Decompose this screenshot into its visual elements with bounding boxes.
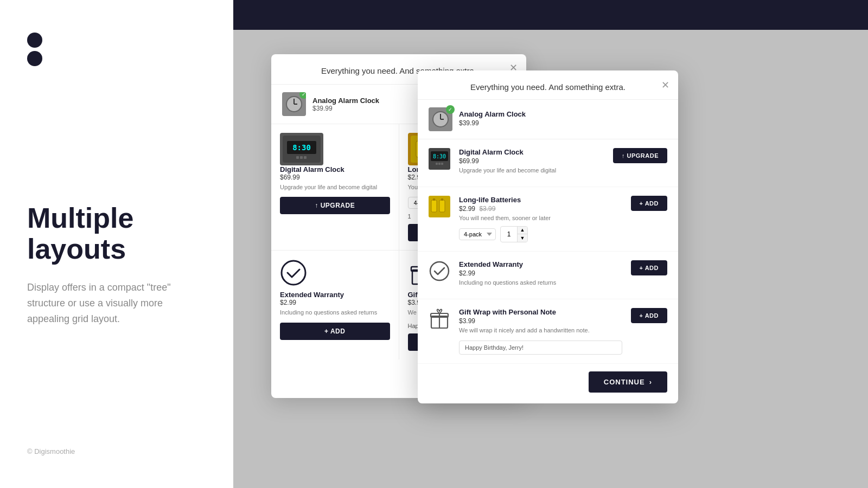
offer-price-warranty: $2.99 <box>280 299 390 306</box>
modal-list-continue-label: CONTINUE <box>604 378 645 386</box>
list-digital-clock-icon: 8:30 <box>429 148 450 170</box>
svg-rect-34 <box>439 200 445 212</box>
list-batteries-action: + ADD <box>631 196 667 211</box>
add-button-warranty[interactable]: + ADD <box>280 323 390 340</box>
list-add-button-batteries[interactable]: + ADD <box>631 196 667 211</box>
svg-rect-32 <box>431 200 437 212</box>
modal-list-purchased-image: ✓ <box>429 107 452 131</box>
list-batteries-stepper-buttons: ▲ ▼ <box>517 227 527 242</box>
list-gift-wrap-note-input[interactable] <box>459 341 622 355</box>
list-offer-warranty: Extended Warranty $2.99 Including no que… <box>418 252 678 299</box>
modal-list-purchased-info: Analog Alarm Clock $39.99 <box>459 110 526 129</box>
svg-point-36 <box>430 262 449 280</box>
svg-point-17 <box>282 261 305 285</box>
list-warranty-action: + ADD <box>631 260 667 275</box>
purchased-product-image: ✓ <box>282 92 306 116</box>
offer-name-digital-clock: Digital Alarm Clock <box>280 165 390 174</box>
offer-name-warranty: Extended Warranty <box>280 291 390 299</box>
list-upgrade-button-digital-clock[interactable]: ↑ UPGRADE <box>613 148 667 163</box>
main-heading: Multiple layouts <box>27 203 206 265</box>
left-content: Multiple layouts Display offers in a com… <box>27 82 206 447</box>
list-digital-clock-name: Digital Alarm Clock <box>459 148 604 156</box>
list-offer-digital-clock: 8:30 Digital Alarm Clock $69.99 Upgrade … <box>418 139 678 187</box>
left-panel: Multiple layouts Display offers in a com… <box>0 0 233 488</box>
list-batteries-stepper-down[interactable]: ▼ <box>518 234 527 242</box>
offer-desc-digital-clock: Upgrade your life and become digital <box>280 183 390 191</box>
main-description: Display offers in a compact "tree" struc… <box>27 280 201 326</box>
list-offer-batteries: Long-life Batteries $2.99 $3.99 You will… <box>418 187 678 251</box>
list-batteries-desc: You will need them, sooner or later <box>459 214 622 222</box>
list-gift-wrap-desc: We will wrap it nicely and add a handwri… <box>459 326 622 335</box>
list-gift-wrap-price: $3.99 <box>459 317 622 325</box>
svg-rect-33 <box>433 198 435 201</box>
modal-list-header: Everything you need. And something extra… <box>418 70 678 100</box>
modal-list-close[interactable]: ✕ <box>661 79 669 91</box>
list-add-button-gift-wrap[interactable]: + ADD <box>631 308 667 323</box>
list-batteries-controls: 4-pack 8-pack ▲ ▼ <box>459 226 622 242</box>
list-batteries-qty-select[interactable]: 4-pack 8-pack <box>459 228 496 240</box>
copyright: © Digismoothie <box>27 447 206 455</box>
modal-list-continue-button[interactable]: CONTINUE › <box>589 371 667 393</box>
warranty-icon <box>280 259 307 286</box>
svg-rect-28 <box>436 163 438 165</box>
modal-list-purchased: ✓ Analog Alarm Clock $39.99 <box>418 100 678 139</box>
modal-list-title: Everything you need. And something extra… <box>470 82 626 92</box>
purchased-product-price: $39.99 <box>312 105 379 112</box>
svg-text:8:30: 8:30 <box>433 153 446 159</box>
modal-list-purchased-price: $39.99 <box>459 119 526 127</box>
digital-clock-image: 8:30 <box>280 133 323 165</box>
list-gift-wrap-action: + ADD <box>631 308 667 323</box>
list-add-button-warranty[interactable]: + ADD <box>631 260 667 275</box>
list-warranty-price: $2.99 <box>459 269 622 277</box>
list-batteries-name: Long-life Batteries <box>459 196 622 204</box>
list-batteries-price: $2.99 $3.99 <box>459 205 622 213</box>
list-batteries-stepper-up[interactable]: ▲ <box>518 227 527 234</box>
list-batteries-body: Long-life Batteries $2.99 $3.99 You will… <box>459 196 622 242</box>
modal-list: Everything you need. And something extra… <box>418 70 678 403</box>
svg-rect-29 <box>438 163 441 165</box>
modal-list-purchased-name: Analog Alarm Clock <box>459 110 526 118</box>
offer-price-digital-clock: $69.99 <box>280 174 390 181</box>
modal-list-footer: CONTINUE › <box>418 364 678 393</box>
svg-rect-35 <box>441 198 443 201</box>
logo-dot-top <box>27 33 42 48</box>
svg-rect-7 <box>296 156 299 159</box>
upgrade-button-digital-clock[interactable]: ↑ UPGRADE <box>280 197 390 214</box>
list-gift-wrap-icon <box>429 308 450 330</box>
list-batteries-icon <box>429 196 450 217</box>
list-digital-clock-body: Digital Alarm Clock $69.99 Upgrade your … <box>459 148 604 178</box>
list-warranty-icon <box>429 260 450 282</box>
svg-text:8:30: 8:30 <box>292 143 311 152</box>
list-warranty-name: Extended Warranty <box>459 260 622 268</box>
modal-list-check-badge: ✓ <box>446 105 455 114</box>
offer-desc-warranty: Including no questions asked returns <box>280 309 390 317</box>
list-digital-clock-price: $69.99 <box>459 157 604 165</box>
svg-rect-30 <box>441 163 443 165</box>
right-panel: Everything you need. And something extra… <box>233 0 868 488</box>
list-digital-clock-action: ↑ UPGRADE <box>613 148 667 163</box>
logo-dot-bottom <box>27 51 42 66</box>
svg-rect-9 <box>304 156 307 159</box>
modal-list-continue-arrow: › <box>649 378 652 386</box>
list-gift-wrap-body: Gift Wrap with Personal Note $3.99 We wi… <box>459 308 622 354</box>
offer-cell-warranty: Extended Warranty $2.99 Including no que… <box>271 251 399 359</box>
list-batteries-qty-input[interactable] <box>501 228 517 240</box>
list-warranty-body: Extended Warranty $2.99 Including no que… <box>459 260 622 290</box>
svg-rect-8 <box>300 156 303 159</box>
logo <box>27 33 206 66</box>
purchased-product-info: Analog Alarm Clock $39.99 <box>312 97 379 112</box>
purchased-product-name: Analog Alarm Clock <box>312 97 379 105</box>
list-warranty-desc: Including no questions asked returns <box>459 279 622 287</box>
list-digital-clock-desc: Upgrade your life and become digital <box>459 166 604 175</box>
list-batteries-stepper: ▲ ▼ <box>500 226 528 242</box>
list-offer-gift-wrap: Gift Wrap with Personal Note $3.99 We wi… <box>418 299 678 363</box>
top-bar <box>233 0 868 30</box>
list-gift-wrap-name: Gift Wrap with Personal Note <box>459 308 622 316</box>
offer-cell-digital-clock: 8:30 Digital Alarm Clock $69.99 Upgrade … <box>271 124 399 250</box>
